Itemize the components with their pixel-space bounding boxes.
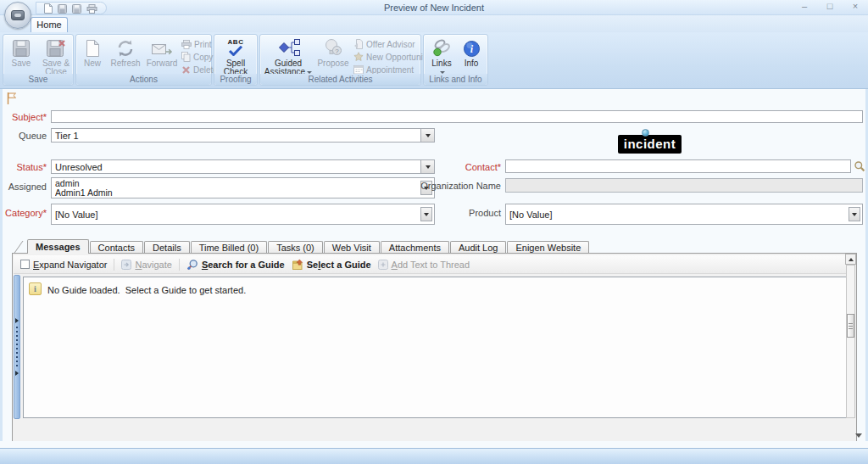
new-button[interactable]: New (78, 36, 107, 75)
tab-time-billed[interactable]: Time Billed (0) (191, 241, 268, 254)
navigate-button: Navigate (121, 260, 171, 270)
new-opportunity-button[interactable]: New Opportunity (353, 51, 429, 63)
spell-check-button[interactable]: ABC SpellCheck (216, 36, 255, 75)
info-message-icon: i (29, 282, 42, 295)
quick-access-toolbar (36, 2, 107, 14)
organization-name-label: Organization Name (381, 181, 501, 191)
tab-tasks[interactable]: Tasks (0) (268, 241, 323, 254)
expand-navigator-checkbox[interactable]: Expand Navigator (20, 260, 107, 270)
application-orb-button[interactable] (4, 2, 31, 29)
product-label: Product (381, 208, 501, 218)
titlebar: Preview of New Incident – □ × (0, 0, 868, 15)
search-for-guide-button[interactable]: Search for a Guide (186, 259, 285, 271)
product-dropdown[interactable]: [No Value] (505, 204, 863, 225)
close-button[interactable]: × (849, 1, 861, 11)
propose-button[interactable]: ? Propose (314, 36, 352, 75)
globe-icon (642, 129, 649, 137)
tab-details[interactable]: Details (144, 241, 190, 254)
offer-advisor-button[interactable]: Offer Advisor (353, 38, 415, 50)
dropdown-button[interactable] (420, 129, 434, 142)
new-icon (78, 36, 107, 58)
collapse-up-button[interactable] (845, 254, 856, 265)
propose-icon: ? (314, 36, 352, 58)
ribbon-tab-home[interactable]: Home (31, 17, 68, 32)
incident-logo: incident (618, 135, 682, 154)
ribbon-group-actions: New Refresh Forward Print Copy Delete (75, 34, 212, 86)
status-label: Status* (0, 162, 47, 172)
toolbar-separator (179, 259, 180, 271)
contact-search-icon[interactable] (854, 160, 865, 176)
tab-audit-log[interactable]: Audit Log (450, 241, 506, 254)
dropdown-button[interactable] (849, 207, 860, 221)
guide-toolbar: Expand Navigator Navigate Search for a G… (14, 255, 855, 274)
print-button[interactable]: Print (181, 38, 212, 50)
ribbon-group-related-activities: GuidedAssistance ? Propose Offer Advisor… (259, 34, 421, 86)
scrollbar-thumb[interactable] (847, 314, 854, 338)
links-icon (427, 36, 456, 58)
tab-contacts[interactable]: Contacts (90, 241, 143, 254)
save-all-icon[interactable] (72, 4, 81, 14)
status-dropdown[interactable]: Unresolved (51, 159, 435, 174)
record-tabs: Messages Contacts Details Time Billed (0… (14, 239, 590, 254)
contact-input[interactable] (505, 159, 851, 173)
tab-web-visit[interactable]: Web Visit (324, 241, 380, 254)
ribbon-group-links-info: Links i Info Links and Info (423, 34, 488, 86)
expand-right-icon (15, 318, 19, 323)
window-title: Preview of New Incident (0, 3, 868, 13)
form-area: Subject* Queue Tier 1 incident Status* U… (0, 89, 868, 448)
links-button[interactable]: Links (427, 36, 456, 75)
expand-right-icon (15, 371, 19, 376)
forward-icon (144, 36, 180, 58)
category-dropdown[interactable]: [No Value] (51, 204, 435, 225)
assigned-dropdown[interactable]: adminAdmin1 Admin (51, 177, 435, 198)
preview-incident-window: Preview of New Incident – □ × Home Save (0, 0, 868, 464)
print-icon (181, 40, 192, 49)
subject-input[interactable] (51, 110, 863, 123)
guided-assistance-button[interactable]: GuidedAssistance (264, 36, 313, 75)
group-label-proofing: Proofing (214, 74, 257, 85)
save-button[interactable]: Save (5, 36, 37, 75)
print-icon[interactable] (86, 4, 97, 14)
tab-enigen-website[interactable]: Enigen Website (507, 241, 589, 254)
flag-icon[interactable] (5, 92, 19, 109)
save-icon[interactable] (58, 4, 67, 14)
group-label-actions: Actions (76, 74, 211, 85)
refresh-icon (108, 36, 142, 58)
queue-dropdown[interactable]: Tier 1 (51, 128, 435, 143)
tab-messages[interactable]: Messages (27, 239, 89, 254)
organization-name-field (505, 178, 863, 193)
queue-label: Queue (0, 131, 47, 141)
refresh-button[interactable]: Refresh (108, 36, 142, 75)
thread-panel[interactable]: i No Guide loaded. Select a Guide to get… (23, 277, 848, 418)
minimize-button[interactable]: – (798, 1, 810, 11)
add-text-to-thread-button: Add Text to Thread (378, 260, 470, 270)
ribbon: Save Save &Close Save New Refresh Forwar… (0, 32, 868, 89)
navigator-splitter[interactable] (14, 275, 20, 419)
copy-button[interactable]: Copy (181, 51, 213, 63)
tab-attachments[interactable]: Attachments (381, 241, 449, 254)
thumb-grip (849, 323, 853, 329)
select-a-guide-button[interactable]: Select a Guide (292, 259, 371, 271)
messages-tab-page: Expand Navigator Navigate Search for a G… (12, 253, 857, 464)
ribbon-group-proofing: ABC SpellCheck Proofing (214, 34, 258, 86)
application-icon (11, 10, 25, 20)
select-guide-icon (292, 259, 303, 271)
frame-gap (0, 441, 868, 448)
restore-button[interactable]: □ (824, 1, 836, 11)
group-label-links-info: Links and Info (424, 74, 487, 85)
splitter-grip (16, 327, 18, 367)
save-and-close-button[interactable]: Save &Close (39, 36, 73, 75)
category-label: Category* (0, 208, 47, 218)
scroll-down-icon[interactable] (855, 433, 862, 438)
delete-icon (181, 65, 191, 75)
no-guide-message: No Guide loaded. Select a Guide to get s… (47, 285, 246, 295)
forward-button[interactable]: Forward (144, 36, 180, 75)
group-label-related-activities: Related Activities (260, 74, 420, 85)
copy-icon (181, 52, 191, 62)
new-record-icon[interactable] (43, 3, 53, 14)
contact-label: Contact* (381, 162, 501, 172)
checkbox-icon[interactable] (20, 260, 30, 269)
add-text-icon (378, 260, 388, 270)
info-button[interactable]: i Info (458, 36, 485, 75)
thread-scrollbar[interactable] (846, 265, 855, 418)
